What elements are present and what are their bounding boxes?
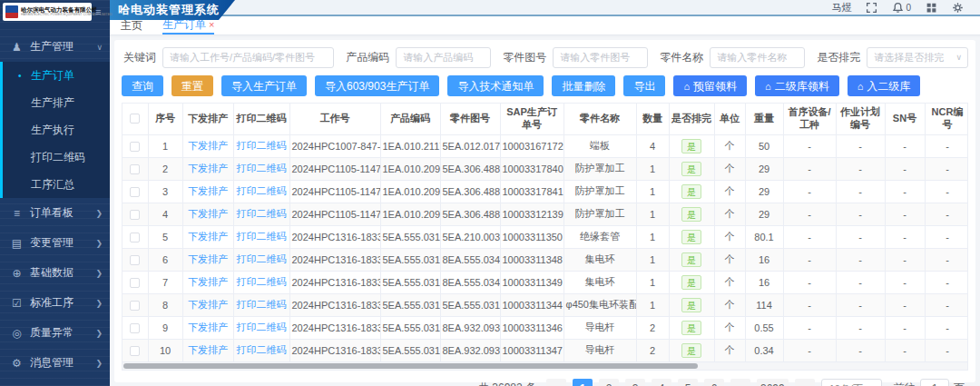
cell-first_equip: - (783, 271, 836, 293)
sidebar-item-基础数据[interactable]: ⊕基础数据❯ (0, 258, 110, 288)
issue-schedule-link[interactable]: 下发排产 (188, 276, 228, 287)
filter-input-关键词[interactable] (162, 47, 334, 68)
sidebar-item-订单看板[interactable]: ≡订单看板❯ (0, 198, 110, 228)
column-header-issue: 下发排产 (182, 104, 233, 134)
page-button-6[interactable]: 6 (704, 379, 724, 386)
page-button-3699[interactable]: 3699 (757, 379, 789, 386)
row-checkbox[interactable] (130, 164, 140, 174)
issue-schedule-link[interactable]: 下发排产 (188, 163, 228, 173)
cell-print: 打印二维码 (233, 157, 289, 180)
next-page-button[interactable]: › (795, 379, 815, 386)
sidebar-item-消息管理[interactable]: ⚙消息管理❯ (0, 348, 110, 378)
goto-page-input[interactable] (920, 379, 949, 386)
prev-page-button[interactable]: ‹ (546, 379, 566, 386)
tab-label: 主页 (121, 18, 142, 34)
cell-issue: 下发排产 (182, 157, 233, 180)
page-button-4[interactable]: 4 (652, 379, 671, 386)
button-导入生产订单[interactable]: 导入生产订单 (221, 75, 307, 96)
sidebar-item-质量异常[interactable]: ◎质量异常❯ (0, 318, 110, 348)
issue-schedule-link[interactable]: 下发排产 (188, 344, 228, 355)
sidebar-subitem-生产排产[interactable]: •生产排产 (3, 89, 110, 116)
row-checkbox[interactable] (130, 255, 140, 265)
horizontal-scrollbar[interactable] (122, 362, 968, 371)
settings-gear-icon[interactable] (952, 2, 964, 14)
page-size-select[interactable]: 10条/页 ∨ (821, 379, 882, 386)
gear-icon: ⚙ (11, 357, 23, 370)
sidebar-item-label: 生产管理 (30, 39, 74, 54)
filter-select-是否排完[interactable]: 请选择是否排完∨ (867, 47, 968, 68)
row-checkbox[interactable] (130, 210, 140, 220)
filter-input-产品编码[interactable] (396, 47, 491, 68)
cell-scheduled: 是 (669, 248, 714, 271)
filter-input-零件名称[interactable] (710, 47, 805, 68)
cell-plan_no: - (836, 225, 885, 248)
sidebar-subitem-打印二维码[interactable]: •打印二维码 (3, 144, 110, 171)
username[interactable]: 马煜 (831, 1, 851, 15)
sidebar-subitem-工序汇总[interactable]: •工序汇总 (3, 171, 110, 198)
print-qrcode-link[interactable]: 打印二维码 (237, 185, 287, 196)
horizontal-scrollbar-thumb[interactable] (123, 363, 698, 369)
sidebar-item-生产管理[interactable]: ♟生产管理∨ (0, 32, 110, 62)
button-导入603/903生产订单[interactable]: 导入603/903生产订单 (315, 75, 439, 96)
cell-weight: 29 (745, 180, 783, 203)
print-qrcode-link[interactable]: 打印二维码 (237, 140, 287, 151)
cell-qty: 2 (636, 316, 669, 339)
print-qrcode-link[interactable]: 打印二维码 (237, 163, 287, 173)
issue-schedule-link[interactable]: 下发排产 (188, 253, 228, 264)
select-all-checkbox[interactable] (130, 114, 140, 124)
issue-schedule-link[interactable]: 下发排产 (188, 299, 228, 310)
print-qrcode-link[interactable]: 打印二维码 (237, 276, 287, 287)
sidebar-subitem-生产订单[interactable]: •生产订单 (3, 62, 110, 89)
issue-schedule-link[interactable]: 下发排产 (188, 140, 228, 151)
row-checkbox[interactable] (130, 233, 140, 242)
sidebar-item-标准工序[interactable]: ☑标准工序❯ (0, 288, 110, 318)
button-导出[interactable]: 导出 (623, 75, 665, 96)
issue-schedule-link[interactable]: 下发排产 (188, 322, 228, 332)
sidebar-item-变更管理[interactable]: ▤变更管理❯ (0, 228, 110, 258)
message-indicator[interactable]: 0 (892, 2, 911, 14)
filter-input-零件图号[interactable] (553, 47, 648, 68)
page-button-1[interactable]: 1 (573, 379, 593, 386)
row-checkbox[interactable] (130, 142, 140, 152)
button-导入技术通知单[interactable]: 导入技术通知单 (447, 75, 544, 96)
cell-product_code: 1EA.010.2117 (380, 134, 440, 157)
row-checkbox[interactable] (130, 323, 140, 333)
row-checkbox[interactable] (130, 187, 140, 197)
row-checkbox[interactable] (130, 301, 140, 311)
button-查询[interactable]: 查询 (122, 75, 163, 96)
page-button-5[interactable]: 5 (678, 379, 698, 386)
button-入二级库[interactable]: ⌂入二级库 (848, 75, 921, 96)
row-checkbox[interactable] (130, 346, 140, 356)
print-qrcode-link[interactable]: 打印二维码 (237, 344, 287, 355)
print-qrcode-link[interactable]: 打印二维码 (237, 322, 287, 332)
print-qrcode-link[interactable]: 打印二维码 (237, 253, 287, 264)
row-checkbox[interactable] (130, 278, 140, 288)
cell-qty: 1 (636, 180, 669, 203)
cell-plan_no: - (836, 271, 885, 293)
sidebar-subitem-生产执行[interactable]: •生产执行 (3, 116, 110, 144)
button-label: 导入603/903生产订单 (325, 76, 429, 96)
issue-schedule-link[interactable]: 下发排产 (188, 185, 228, 196)
close-icon[interactable]: × (209, 19, 214, 30)
goto-suffix: 页 (954, 381, 965, 386)
pagination-ellipsis[interactable]: … (730, 379, 750, 386)
issue-schedule-link[interactable]: 下发排产 (188, 208, 228, 219)
button-重置[interactable]: 重置 (172, 75, 213, 96)
page-button-2[interactable]: 2 (599, 379, 619, 386)
cell-sn: - (885, 248, 925, 271)
sidebar-collapse-icon[interactable]: ≡ (95, 6, 101, 17)
button-二级库领料[interactable]: ⌂二级库领料 (755, 75, 839, 96)
page-button-3[interactable]: 3 (625, 379, 645, 386)
cell-issue: 下发排产 (182, 180, 233, 203)
print-qrcode-link[interactable]: 打印二维码 (237, 231, 287, 242)
issue-schedule-link[interactable]: 下发排产 (188, 231, 228, 242)
print-qrcode-link[interactable]: 打印二维码 (237, 208, 287, 219)
cell-seq: 9 (148, 316, 182, 339)
button-预留领料[interactable]: ⌂预留领料 (673, 75, 747, 96)
button-label: 查询 (132, 76, 153, 96)
print-qrcode-link[interactable]: 打印二维码 (237, 299, 287, 310)
fullscreen-icon[interactable] (866, 2, 877, 14)
grid-icon[interactable] (926, 2, 937, 14)
system-title-banner: 哈电动装管理系统 (110, 0, 235, 20)
button-批量删除[interactable]: 批量删除 (552, 75, 615, 96)
